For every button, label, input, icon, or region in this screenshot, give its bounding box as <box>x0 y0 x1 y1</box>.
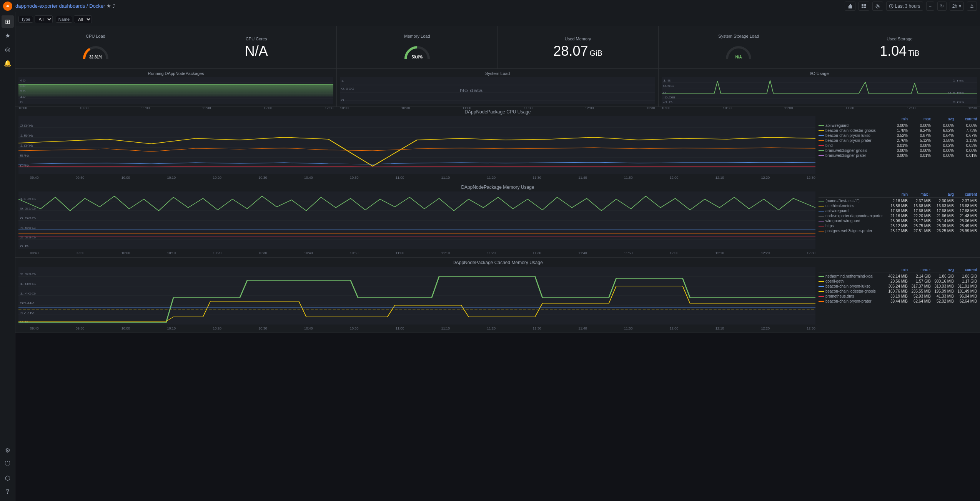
svg-text:0: 0 <box>20 100 23 104</box>
legend-name: beacon-chain.lodestar-gnosis <box>819 128 885 133</box>
used-memory-unit: GiB <box>589 49 602 58</box>
cpu-legend-rows: api.wireguard 0.00% 0.00% 0.00% 0.00% be… <box>819 123 977 158</box>
sidebar-explore[interactable]: ◎ <box>2 43 14 55</box>
sidebar-starred[interactable]: ★ <box>2 29 14 42</box>
main-content: Type All Name All CPU Load 32.81% <box>15 12 980 333</box>
svg-text:10%: 10% <box>20 144 33 148</box>
legend-name: brain.web3signer-gnosis <box>819 148 885 153</box>
refresh-btn[interactable]: ↻ <box>937 2 947 11</box>
svg-text:477M: 477M <box>20 311 35 315</box>
legend-row: brain.web3signer-gnosis 0.00% 0.00% 0.00… <box>819 148 977 153</box>
svg-rect-1 <box>848 6 849 8</box>
memory-legend-rows: {name="test-test-1"} 2.18 MiB 2.37 MiB 2… <box>819 198 977 233</box>
svg-text:9.31G: 9.31G <box>20 207 36 210</box>
legend-row: ui.ethical-metrics 16.58 MiB 16.68 MiB 1… <box>819 203 977 208</box>
svg-text:30: 30 <box>20 84 25 88</box>
legend-name: postgres.web3signer-prater <box>819 229 885 233</box>
legend-row: bind 0.01% 0.08% 0.02% 0.03% <box>819 143 977 148</box>
app-logo <box>3 2 12 11</box>
cached-memory-chart: 2.33G 1.86G 1.40G 954M 477M 0 B 09 <box>18 267 815 330</box>
legend-row: postgres.web3signer-prater 25.17 MiB 27.… <box>819 228 977 233</box>
legend-name: ui.ethical-metrics <box>819 204 885 208</box>
svg-text:1.86G: 1.86G <box>20 282 36 286</box>
legend-color-indicator <box>819 211 824 211</box>
share-icon[interactable]: ⤴ <box>113 3 115 9</box>
storage-load-title: System Storage Load <box>718 34 759 38</box>
legend-color-indicator <box>819 281 824 282</box>
legend-name: beacon-chain.prysm-lukso <box>819 133 885 138</box>
svg-text:-0.5B: -0.5B <box>663 96 676 99</box>
legend-name: prometheus.dms <box>819 294 885 298</box>
legend-row: goerli-geth 20.56 MiB 1.57 GiB 980.16 Mi… <box>819 279 977 284</box>
svg-rect-6 <box>864 4 866 6</box>
legend-name: nethermind.nethermind-xdai <box>819 274 885 278</box>
sidebar-home[interactable]: ⊞ <box>2 15 14 28</box>
cached-memory-legend: min max ↑ avg current nethermind.netherm… <box>815 267 977 330</box>
legend-row: node-exporter.dappnode-exporter 21.16 Mi… <box>819 213 977 218</box>
legend-color-indicator <box>819 201 824 201</box>
interval-btn[interactable]: 2h ▾ <box>950 2 964 11</box>
legend-row: brain.web3signer-prater 0.00% 0.01% 0.00… <box>819 153 977 158</box>
breadcrumb: dappnode-exporter dashboards / Docker ★ … <box>15 3 115 9</box>
settings-btn[interactable] <box>872 2 883 11</box>
cpu-usage-title: DAppNodePackage CPU Usage <box>18 109 977 115</box>
legend-row: wireguard.wireguard 25.06 MiB 25.17 MiB … <box>819 218 977 223</box>
cpu-load-gauge-svg: 32.81% <box>80 42 111 61</box>
svg-text:2.33G: 2.33G <box>20 236 36 239</box>
cpu-cores-title: CPU Cores <box>246 37 267 41</box>
cached-memory-section: DAppNodePackage Cached Memory Usage 2.33… <box>15 258 980 333</box>
legend-name: bind <box>819 143 885 148</box>
system-load-title: System Load <box>340 71 655 76</box>
used-memory-value: 28.07 <box>553 44 588 58</box>
legend-name: api.wireguard <box>819 209 885 213</box>
legend-color-indicator <box>819 135 824 136</box>
legend-name: https <box>819 224 885 228</box>
storage-load-card: System Storage Load N/A <box>659 26 819 68</box>
memory-usage-svg: 11.6G 9.31G 6.98G 4.66G 2.33G 0 B <box>18 191 815 249</box>
cpu-usage-chart: 20% 15% 10% 5% 0% 09:4009:5010:0010:1010… <box>18 116 815 180</box>
svg-text:1: 1 <box>341 79 344 83</box>
legend-name: {name="test-test-1"} <box>819 199 885 203</box>
zoom-out-btn[interactable]: − <box>926 2 934 11</box>
svg-text:20: 20 <box>20 90 25 93</box>
top-nav: dappnode-exporter dashboards / Docker ★ … <box>0 0 980 12</box>
legend-row: beacon-chain.prysm-lukso 0.52% 0.87% 0.6… <box>819 133 977 138</box>
cpu-usage-section: DAppNodePackage CPU Usage 20% 15% 10% 5%… <box>15 107 980 182</box>
svg-text:0.5B: 0.5B <box>663 84 674 88</box>
used-memory-card: Used Memory 28.07 GiB <box>497 26 658 68</box>
memory-load-gauge-svg: 50.0% <box>402 42 433 61</box>
io-usage-chart: 1 B 0.5B 0 -0.5B -1 B 1 ms 0.5 ms 0 ms <box>662 77 977 104</box>
dashboard-settings-btn[interactable] <box>859 2 869 11</box>
sidebar-alerts[interactable]: 🔔 <box>2 57 14 69</box>
svg-text:0: 0 <box>341 98 344 102</box>
legend-color-indicator <box>819 276 824 277</box>
svg-text:40: 40 <box>20 79 25 82</box>
bar-chart-icon-btn[interactable] <box>845 2 855 11</box>
svg-point-9 <box>877 5 879 7</box>
name-select[interactable]: All <box>74 15 92 23</box>
legend-color-indicator <box>819 291 824 292</box>
svg-rect-34 <box>662 77 977 104</box>
cached-legend-header: min max ↑ avg current <box>819 267 977 273</box>
time-range-btn[interactable]: Last 3 hours <box>886 2 923 11</box>
svg-text:20%: 20% <box>20 124 33 128</box>
sidebar: ⊞ ★ ◎ 🔔 ⚙ 🛡 ⬡ ? <box>0 12 15 333</box>
legend-color-indicator <box>819 216 824 216</box>
star-icon[interactable]: ★ <box>106 3 111 9</box>
type-select[interactable]: All <box>35 15 53 23</box>
svg-rect-47 <box>18 116 815 174</box>
legend-color-indicator <box>819 226 824 226</box>
svg-text:10: 10 <box>20 95 25 98</box>
legend-row: api.wireguard 17.68 MiB 17.68 MiB 17.68 … <box>819 208 977 213</box>
svg-text:-1 B: -1 B <box>663 100 672 104</box>
legend-color-indicator <box>819 150 824 151</box>
svg-text:2.33G: 2.33G <box>20 273 36 276</box>
used-storage-card: Used Storage 1.04 TiB <box>819 26 980 68</box>
running-packages-title: Running DAppNodePackages <box>18 71 333 76</box>
alerts-btn[interactable] <box>967 2 977 11</box>
type-filter: Type All <box>18 15 53 23</box>
svg-text:11.6G: 11.6G <box>20 197 36 201</box>
io-usage-panel: I/O Usage 1 B 0.5B 0 -0.5B -1 B 1 ms <box>659 69 980 107</box>
legend-name: goerli-geth <box>819 279 885 283</box>
svg-text:0 B: 0 B <box>20 245 29 248</box>
